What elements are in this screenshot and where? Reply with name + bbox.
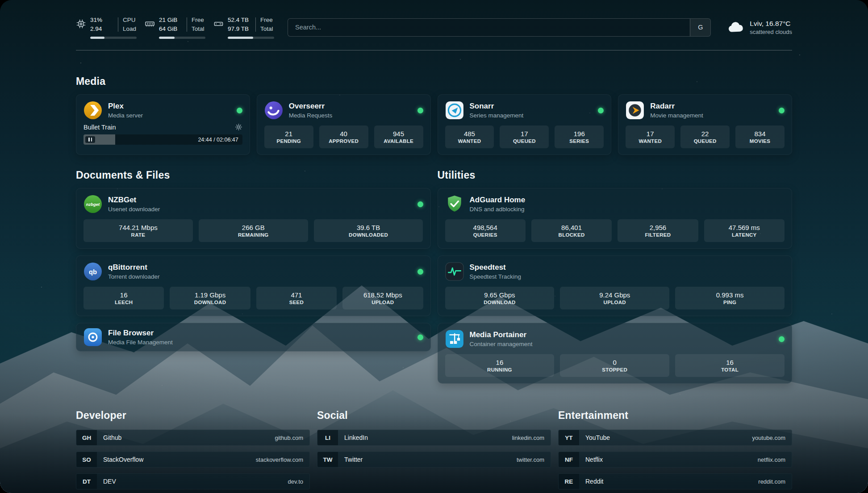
stat-label: WANTED — [638, 138, 662, 144]
stat-label: REMAINING — [238, 232, 269, 238]
app-card-nzbget[interactable]: nzbget NZBGet Usenet downloader 74 — [76, 188, 431, 249]
app-card-sonarr[interactable]: Sonarr Series management 485 WANTED 17 Q… — [438, 94, 612, 155]
section-title-social: Social — [317, 409, 551, 422]
app-name: Speedtest — [470, 263, 522, 272]
stat-value: 9.65 Gbps — [484, 291, 515, 299]
stat-label: WANTED — [458, 138, 481, 144]
bookmark-netflix[interactable]: NF Netflix netflix.com — [558, 451, 792, 468]
playback-progress-bar[interactable]: 24:44 / 02:06:47 — [83, 134, 242, 145]
cpu-percent-value: 31% — [90, 16, 113, 25]
bookmark-stackoverflow[interactable]: SO StackOverflow stackoverflow.com — [76, 451, 310, 468]
stat-filtered: 2,956 FILTERED — [618, 219, 698, 242]
stat-value: 17 — [647, 130, 654, 138]
stat-running: 16 RUNNING — [445, 354, 555, 377]
stat-label: QUERIES — [473, 232, 497, 238]
section-title-developer: Developer — [76, 409, 310, 422]
radarr-icon — [626, 101, 644, 120]
app-desc: Media server — [108, 112, 143, 119]
stat-label: RATE — [131, 232, 146, 238]
app-name: NZBGet — [108, 196, 160, 205]
memory-free-value: 21 GiB — [159, 16, 182, 25]
plex-icon — [83, 101, 102, 120]
cpu-label: CPU — [123, 16, 136, 25]
bookmark-linkedin[interactable]: LI LinkedIn linkedin.com — [317, 430, 551, 446]
stat-upload: 618.52 Mbps UPLOAD — [342, 287, 423, 309]
bookmark-name: YouTube — [585, 434, 610, 441]
pause-button[interactable] — [85, 136, 95, 143]
bookmark-url: twitter.com — [517, 456, 544, 463]
app-desc: Usenet downloader — [108, 206, 160, 213]
status-online-dot — [417, 269, 423, 275]
stat-ping: 0.993 ms PING — [675, 287, 785, 309]
stat-value: 471 — [291, 291, 302, 299]
section-title-documents: Documents & Files — [76, 169, 431, 181]
stat-downloaded: 39.6 TB DOWNLOADED — [314, 219, 423, 242]
bookmark-name: StackOverflow — [103, 456, 143, 463]
app-desc: Media File Management — [108, 339, 173, 346]
metric-divider — [255, 17, 256, 32]
app-card-portainer[interactable]: Media Portainer Container management 16 … — [438, 323, 793, 384]
bookmark-name: LinkedIn — [344, 434, 368, 441]
app-card-radarr[interactable]: Radarr Movie management 17 WANTED 22 QUE… — [618, 94, 792, 155]
bookmark-reddit[interactable]: RE Reddit reddit.com — [558, 473, 792, 489]
speedtest-icon — [445, 262, 464, 281]
memory-total-value: 64 GiB — [159, 25, 182, 33]
bookmark-url: reddit.com — [758, 478, 785, 485]
cpu-load-label: Load — [123, 25, 136, 33]
dashboard-content: 31% 2.94 CPU Load — [0, 15, 868, 493]
app-card-filebrowser[interactable]: File Browser Media File Management — [76, 323, 431, 351]
stat-value: 2,956 — [650, 224, 667, 231]
top-bar: 31% 2.94 CPU Load — [76, 15, 792, 39]
app-card-qbittorrent[interactable]: qb qBittorrent Torrent downloader — [76, 255, 431, 316]
disk-metric: 52.4 TB 97.9 TB Free Total — [213, 16, 274, 38]
status-online-dot — [779, 108, 785, 113]
bookmark-github[interactable]: GH Github github.com — [76, 430, 310, 446]
disk-usage-bar-fill — [228, 37, 253, 39]
nzbget-wordmark: nzbget — [86, 202, 100, 207]
app-card-plex[interactable]: Plex Media server Bullet Train — [76, 94, 250, 155]
stat-queries: 498,564 QUERIES — [445, 219, 526, 242]
bookmark-abbr: GH — [76, 430, 97, 445]
bookmark-abbr: YT — [559, 430, 579, 445]
stat-available: 945 AVAILABLE — [374, 125, 423, 148]
bookmark-youtube[interactable]: YT YouTube youtube.com — [558, 430, 792, 446]
bookmark-url: github.com — [275, 435, 303, 441]
bookmark-dev[interactable]: DT DEV dev.to — [76, 473, 310, 489]
stat-remaining: 266 GB REMAINING — [199, 219, 308, 242]
stat-movies: 834 MOVIES — [735, 125, 785, 148]
weather-widget[interactable]: Lviv, 16.87°C scattered clouds — [727, 20, 792, 35]
nzbget-icon: nzbget — [83, 195, 102, 213]
disk-usage-bar — [228, 37, 274, 39]
bookmark-group-entertainment: Entertainment YT YouTube youtube.com NF … — [558, 409, 792, 489]
app-card-adguard[interactable]: AdGuard Home DNS and adblocking 498,564 … — [438, 188, 793, 249]
search-input[interactable] — [288, 19, 690, 36]
app-name: Sonarr — [470, 102, 524, 111]
stat-label: PENDING — [276, 138, 301, 144]
app-card-overseerr[interactable]: Overseerr Media Requests 21 PENDING 40 A… — [257, 94, 431, 155]
stat-value: 1.19 Gbps — [195, 291, 225, 299]
search-engine-button[interactable]: G — [690, 19, 710, 36]
bookmark-abbr: RE — [559, 474, 579, 489]
bookmark-url: linkedin.com — [512, 435, 544, 441]
app-name: qBittorrent — [108, 263, 160, 272]
stat-label: STOPPED — [602, 367, 627, 372]
bookmark-twitter[interactable]: TW Twitter twitter.com — [317, 451, 551, 468]
bookmark-abbr: TW — [317, 452, 338, 467]
status-online-dot — [237, 108, 242, 113]
app-name: Plex — [108, 102, 143, 111]
app-name: AdGuard Home — [470, 196, 526, 205]
settings-gear-icon[interactable] — [235, 123, 242, 131]
stat-value: 17 — [521, 130, 528, 138]
memory-free-label: Free — [192, 16, 204, 25]
stat-label: LATENCY — [732, 232, 757, 238]
stat-label: TOTAL — [721, 367, 739, 372]
cpu-chip-icon — [76, 19, 86, 29]
search-bar[interactable]: G — [288, 18, 711, 37]
stat-stopped: 0 STOPPED — [560, 354, 669, 377]
stat-label: DOWNLOADED — [349, 232, 388, 238]
app-desc: Media Requests — [289, 112, 333, 119]
stat-value: 0.993 ms — [716, 291, 744, 299]
app-card-speedtest[interactable]: Speedtest Speedtest Tracking 9.65 Gbps D… — [438, 255, 793, 316]
weather-condition: scattered clouds — [750, 29, 792, 35]
bookmark-url: youtube.com — [752, 435, 785, 441]
